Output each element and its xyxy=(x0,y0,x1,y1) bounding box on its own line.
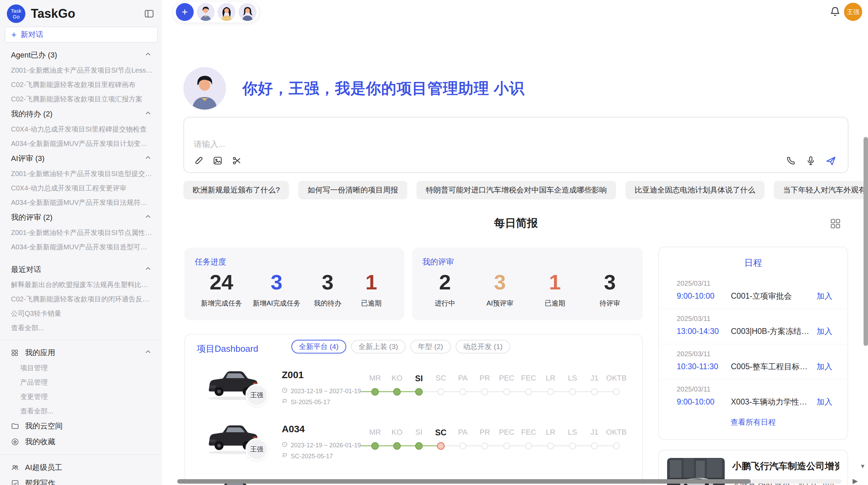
join-meeting-link[interactable]: 加入 xyxy=(817,361,832,372)
stat-value: 1 xyxy=(539,269,571,295)
main-area: 王强 你好，王强，我是你的项目管理助理 小识 xyxy=(162,0,868,485)
sidebar-item[interactable]: C0X4-动力总成开发项目工程变更评审 xyxy=(0,181,162,195)
dashboard-tab[interactable]: 动总开发 (1) xyxy=(456,340,510,353)
sidebar-item-label: 我的收藏 xyxy=(25,437,152,447)
schedule-item: 2025/03/1110:30-11:30C005-整车工程目标评审加入 xyxy=(659,344,847,380)
logo-line2: Go xyxy=(13,14,20,20)
agent-avatar-3[interactable] xyxy=(239,3,256,21)
agent-avatar-1[interactable] xyxy=(197,3,215,21)
new-chat-button[interactable]: + 新对话 xyxy=(5,27,158,42)
sidebar-item[interactable]: C0X4-动力总成开发项目SI里程碑提交物检查 xyxy=(0,122,162,136)
image-icon[interactable] xyxy=(212,155,223,166)
stat-label: 待评审 xyxy=(593,299,626,308)
microphone-icon[interactable] xyxy=(805,155,816,166)
sidebar-item[interactable]: Z001-全新燃油轻卡产品开发项目SI造型提交物评审 xyxy=(0,166,162,181)
schedule-list: 2025/03/119:00-10:00C001-立项审批会加入2025/03/… xyxy=(659,274,847,414)
stat-value: 3 xyxy=(483,269,516,295)
chevron-up-icon xyxy=(145,348,152,357)
stat-label: 我的待办 xyxy=(311,299,344,308)
notification-bell-icon[interactable] xyxy=(829,5,841,18)
milestone-label: PA xyxy=(452,374,474,383)
project-flag-milestone: SC-2025-05-17 xyxy=(282,452,333,460)
dashboard-title: 项目Dashboard xyxy=(197,343,258,355)
scissors-icon[interactable] xyxy=(231,155,242,166)
sidebar-recent-header[interactable]: 最近对话 xyxy=(0,262,162,277)
chat-input[interactable] xyxy=(194,139,674,149)
vertical-scrollbar-thumb[interactable] xyxy=(864,137,868,346)
milestone-dot-done xyxy=(371,442,379,450)
suggestion-chip[interactable]: 比亚迪全固态电池计划具体说了什么 xyxy=(625,181,764,199)
suggestion-chip[interactable]: 欧洲新规最近颁布了什么? xyxy=(183,181,289,199)
scroll-right-arrow-icon[interactable]: ▶ xyxy=(853,477,858,485)
logo-line1: Task xyxy=(11,8,22,14)
briefing-layout-grid-icon[interactable] xyxy=(830,218,841,229)
sidebar-item[interactable]: A034-全新新能源MUV产品开发项目造型可行性评审 xyxy=(0,240,162,254)
sidebar-item[interactable]: A034-全新新能源MUV产品开发项目法规符合性评审 xyxy=(0,195,162,210)
milestone-label: SC xyxy=(430,374,452,383)
stat-label: AI预评审 xyxy=(483,299,516,308)
recent-conversation-item[interactable]: 查看全部... xyxy=(0,321,162,335)
join-meeting-link[interactable]: 加入 xyxy=(817,397,832,407)
my-apps-subitem[interactable]: 产品管理 xyxy=(0,375,162,389)
milestone-dot-overdue xyxy=(437,442,445,450)
sidebar-tool-writing[interactable]: 帮我写作 xyxy=(0,475,162,485)
sidebar-section-header[interactable]: 我的评审 (2) xyxy=(0,210,162,225)
schedule-card: 日程 2025/03/119:00-10:00C001-立项审批会加入2025/… xyxy=(658,247,848,440)
sidebar-item-my-apps[interactable]: 我的应用 xyxy=(0,345,162,361)
milestone-label: PEC xyxy=(496,374,518,383)
stat-column: 3AI预评审 xyxy=(483,269,516,308)
milestone-label: J1 xyxy=(583,428,605,437)
schedule-time: 9:00-10:00 xyxy=(677,291,731,301)
cloud-folder-icon xyxy=(11,422,19,430)
stat-value: 1 xyxy=(355,269,388,295)
milestone-label: LS xyxy=(562,374,583,383)
join-meeting-link[interactable]: 加入 xyxy=(817,291,832,301)
dashboard-tab[interactable]: 年型 (2) xyxy=(410,340,451,353)
chevron-up-icon xyxy=(145,154,152,163)
join-meeting-link[interactable]: 加入 xyxy=(817,326,832,337)
milestone-label: PR xyxy=(474,374,496,383)
suggestion-chip[interactable]: 当下年轻人对汽车外观有怎样的喜好趋势 xyxy=(774,181,868,199)
sidebar-item-cloud-folder[interactable]: 我的云空间 xyxy=(0,418,162,434)
sidebar-item-label: 我的云空间 xyxy=(25,421,152,431)
recent-conversation-item[interactable]: 公司Q3轻卡销量 xyxy=(0,306,162,321)
send-icon[interactable] xyxy=(825,155,836,166)
sidebar-item[interactable]: C02-飞腾新能源轻客改款项目里程碑画布 xyxy=(0,77,162,92)
recent-conversation-item[interactable]: 解释最新出台的欧盟报废车法规再生塑料比例被调至15%... xyxy=(0,277,162,292)
dashboard-tab[interactable]: 全新上装 (3) xyxy=(351,340,406,353)
sidebar-item[interactable]: Z001-全新燃油轻卡产品开发项目SI节点属性5D文件评审 xyxy=(0,225,162,240)
sidebar-item[interactable]: Z001-全新燃油皮卡产品开发项目SI节点Lesson Learn报告 xyxy=(0,63,162,77)
view-all-schedule-link[interactable]: 查看所有日程 xyxy=(659,417,847,427)
sidebar-section-header[interactable]: 我的待办 (2) xyxy=(0,106,162,122)
agent-avatar-2[interactable] xyxy=(218,3,236,21)
suggestion-chips: 欧洲新规最近颁布了什么?如何写一份清晰的项目周报特朗普可能对进口汽车增税会对中国… xyxy=(183,181,868,199)
sidebar-header: Task Go TaskGo xyxy=(0,0,162,26)
my-apps-subitem[interactable]: 查看全部... xyxy=(0,404,162,418)
sidebar-collapse-icon[interactable] xyxy=(144,9,154,19)
add-agent-button[interactable] xyxy=(176,3,194,21)
milestone-dot-todo xyxy=(481,388,488,395)
my-apps-subitem[interactable]: 变更管理 xyxy=(0,389,162,404)
user-avatar[interactable]: 王强 xyxy=(844,3,862,21)
project-flag-text: SC-2025-05-17 xyxy=(291,453,333,460)
sidebar-tool-ai-staff[interactable]: AI超级员工 xyxy=(0,460,162,475)
recent-conversation-item[interactable]: C02-飞腾新能源轻客改款项目的闭环通告反馈情况 xyxy=(0,292,162,306)
stat-column: 24新增完成任务 xyxy=(201,269,242,308)
suggestion-chip[interactable]: 如何写一份清晰的项目周报 xyxy=(298,181,407,199)
dashboard-tab[interactable]: 全新平台 (4) xyxy=(291,340,346,353)
suggestion-chip[interactable]: 特朗普可能对进口汽车增税会对中国车企造成哪些影响 xyxy=(417,181,616,199)
sidebar-item-favorites[interactable]: 我的收藏 xyxy=(0,434,162,450)
sidebar-section-header[interactable]: AI评审 (3) xyxy=(0,151,162,166)
stat-label: 进行中 xyxy=(429,299,461,308)
my-apps-subitem[interactable]: 项目管理 xyxy=(0,361,162,375)
clock-icon xyxy=(282,387,288,395)
sidebar-item[interactable]: A034-全新新能源MUV产品开发项目计划变更表编写 xyxy=(0,136,162,151)
scroll-down-arrow-icon[interactable]: ▼ xyxy=(860,463,866,470)
attachment-icon[interactable] xyxy=(193,155,204,166)
schedule-time: 13:00-14:30 xyxy=(677,327,731,336)
horizontal-scrollbar-thumb[interactable] xyxy=(177,479,751,484)
sidebar-item[interactable]: C02-飞腾新能源轻客改款项目立项汇报方案 xyxy=(0,92,162,106)
stat-label: 新增完成任务 xyxy=(201,299,242,308)
sidebar-section-header[interactable]: Agent已办 (3) xyxy=(0,47,162,63)
phone-icon[interactable] xyxy=(785,155,796,166)
